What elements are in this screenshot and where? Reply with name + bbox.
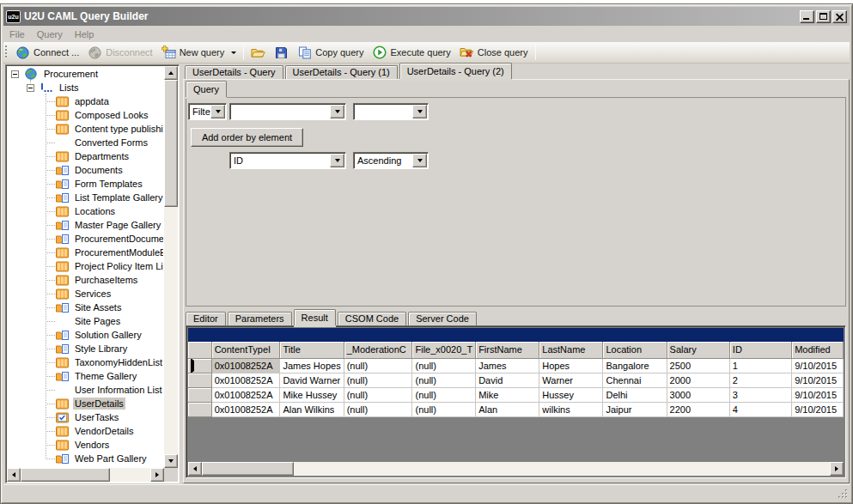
toolbar-close-query-button[interactable]: Close query [455, 44, 533, 62]
column-header-contenttypei[interactable]: ContentTypeI [211, 342, 280, 358]
chevron-down-icon[interactable] [412, 154, 427, 167]
tree-item-site-assets[interactable]: Site Assets [8, 301, 163, 314]
menu-file[interactable]: File [3, 27, 31, 41]
menu-query[interactable]: Query [31, 27, 69, 41]
toolbar-copy-query-button[interactable]: Copy query [293, 44, 368, 62]
toolbar-open-query-button[interactable] [247, 44, 270, 62]
grid-cell[interactable]: 4 [729, 402, 791, 416]
grid-cell[interactable]: David [476, 373, 539, 387]
grid-cell[interactable]: (null) [344, 373, 412, 387]
scroll-down-button[interactable] [164, 454, 178, 468]
tree-item-departments[interactable]: Departments [8, 149, 163, 163]
column-header-id[interactable]: ID [729, 342, 791, 358]
grid-cell[interactable]: 9/10/2015 [792, 373, 844, 387]
grid-cell[interactable]: James [476, 358, 539, 373]
tree-item-userdetails[interactable]: UserDetails [8, 397, 163, 410]
column-header-file-x0020-t[interactable]: File_x0020_T [412, 342, 476, 358]
minimize-button[interactable] [800, 10, 814, 23]
tree-item-project-policy-item-list[interactable]: Project Policy Item List [8, 259, 163, 273]
grid-cell[interactable]: 9/10/2015 [792, 402, 844, 416]
grid-cell[interactable]: Delhi [603, 387, 667, 402]
grid-cell[interactable]: Mike Hussey [280, 387, 344, 402]
tree-item-vendordetails[interactable]: VendorDetails [8, 424, 163, 438]
scrollbar-thumb[interactable] [21, 468, 110, 482]
scrollbar-thumb[interactable] [164, 80, 178, 207]
row-indicator-cell[interactable] [188, 402, 211, 416]
tab-query[interactable]: Query [186, 81, 227, 97]
tab-result[interactable]: Result [294, 309, 336, 325]
column-header-lastname[interactable]: LastName [539, 342, 603, 358]
tree-item-procurement[interactable]: Procurement [8, 67, 163, 81]
grid-cell[interactable]: 2 [729, 373, 791, 387]
tree-vertical-scrollbar[interactable] [164, 66, 178, 468]
tree-item-content-type-publishing[interactable]: Content type publishing [8, 122, 163, 136]
tree-item-documents[interactable]: Documents [8, 163, 163, 177]
grid-cell[interactable]: Warner [539, 373, 603, 387]
grid-cell[interactable]: David Warner [280, 373, 344, 387]
tab-csom-code[interactable]: CSOM Code [338, 312, 406, 325]
tree-item-solution-gallery[interactable]: Solution Gallery [8, 328, 163, 342]
grid-cell[interactable]: 1 [729, 358, 791, 373]
column-header-location[interactable]: Location [603, 342, 667, 358]
grid-cell[interactable]: Hopes [539, 358, 603, 373]
tab-editor[interactable]: Editor [186, 312, 226, 325]
column-header-modified[interactable]: Modified [792, 342, 844, 358]
order-direction-combobox[interactable]: Ascending [353, 152, 429, 169]
filter-field-combobox[interactable] [229, 103, 346, 120]
tree-item-style-library[interactable]: Style Library [8, 342, 163, 355]
grid-cell[interactable]: 3000 [667, 387, 729, 402]
tab-server-code[interactable]: Server Code [408, 312, 477, 325]
grid-cell[interactable]: (null) [412, 373, 476, 387]
grid-cell[interactable]: 2500 [667, 358, 729, 373]
grid-cell[interactable]: Hussey [539, 387, 603, 402]
grid-cell[interactable]: James Hopes [280, 358, 344, 373]
tree-item-form-templates[interactable]: Form Templates [8, 177, 163, 191]
scroll-left-button[interactable] [7, 468, 21, 482]
close-button[interactable] [832, 10, 847, 23]
grid-cell[interactable]: (null) [344, 402, 412, 416]
grid-cell[interactable]: Bangalore [603, 358, 667, 373]
scroll-right-button[interactable] [150, 468, 164, 482]
grid-cell[interactable]: Alan Wilkins [280, 402, 344, 416]
add-order-by-element-button[interactable]: Add order by element [191, 128, 303, 147]
tree-item-lists[interactable]: Lists [8, 81, 163, 94]
tree-item-composed-looks[interactable]: Composed Looks [8, 108, 163, 122]
grid-cell[interactable]: Alan [476, 402, 539, 416]
grid-cell[interactable]: Mike [476, 387, 539, 402]
grid-cell[interactable]: (null) [412, 358, 476, 373]
filter-operator-combobox[interactable] [353, 103, 429, 120]
grid-cell[interactable]: Chennai [603, 373, 667, 387]
toolbar-connect-button[interactable]: Connect ... [11, 44, 83, 62]
tree-item-wfpub[interactable]: wfpub [8, 465, 163, 467]
grid-cell[interactable]: 2200 [667, 402, 729, 416]
tree-item-list-template-gallery[interactable]: List Template Gallery [8, 191, 163, 204]
chevron-down-icon[interactable] [330, 105, 344, 118]
tree-item-theme-gallery[interactable]: Theme Gallery [8, 369, 163, 383]
grid-cell[interactable]: (null) [412, 387, 476, 402]
grid-cell[interactable]: 0x01008252A [211, 358, 280, 373]
column-header-salary[interactable]: Salary [667, 342, 729, 358]
toolbar-execute-query-button[interactable]: Execute query [368, 44, 454, 62]
scrollbar-thumb[interactable] [202, 462, 294, 476]
tree-item-web-part-gallery[interactable]: Web Part Gallery [8, 452, 163, 465]
grid-cell[interactable]: 0x01008252A [211, 402, 280, 416]
chevron-down-icon[interactable] [412, 105, 427, 118]
tree-item-purchaseitems[interactable]: PurchaseItems [8, 273, 163, 287]
column-header-firstname[interactable]: FirstName [476, 342, 539, 358]
row-indicator-cell[interactable] [188, 358, 211, 373]
toolbar-save-query-button[interactable] [270, 44, 293, 62]
row-indicator-cell[interactable] [188, 373, 211, 387]
grid-cell[interactable]: 9/10/2015 [792, 358, 844, 373]
grid-horizontal-scrollbar[interactable] [188, 462, 844, 476]
expander-minus-icon[interactable] [11, 70, 19, 78]
tree-item-user-information-list[interactable]: User Information List [8, 383, 163, 397]
order-field-combobox[interactable]: ID [229, 152, 346, 169]
tab-userdetails-query[interactable]: UserDetails - Query [185, 65, 283, 79]
grid-cell[interactable]: 0x01008252A [211, 387, 280, 402]
grid-cell[interactable]: (null) [412, 402, 476, 416]
scroll-up-button[interactable] [164, 66, 178, 80]
grid-cell[interactable]: wilkins [539, 402, 603, 416]
toolbar-disconnect-button[interactable]: Disconnect [83, 44, 156, 62]
column-header-title[interactable]: Title [280, 342, 344, 358]
tree-item-usertasks[interactable]: UserTasks [8, 410, 163, 424]
